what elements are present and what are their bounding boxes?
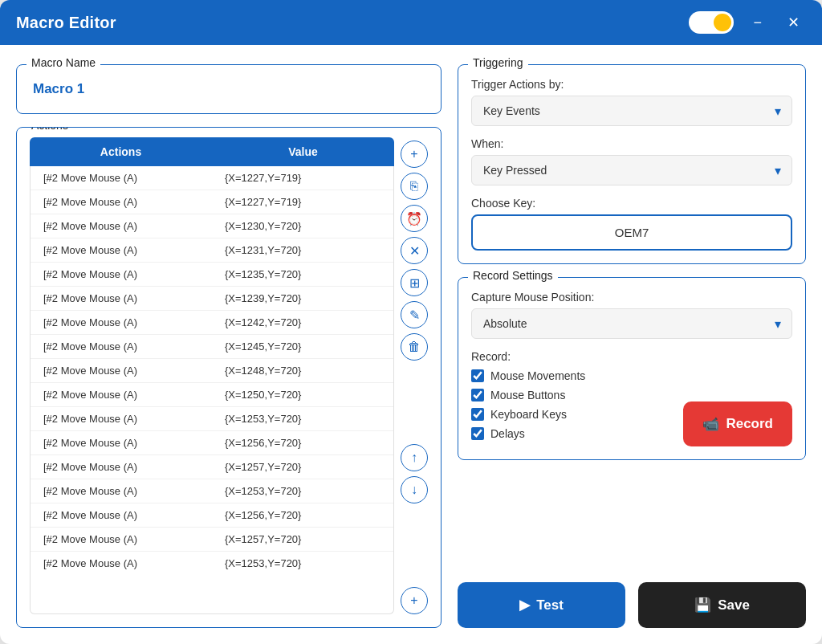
add-bottom-button[interactable]: + xyxy=(401,587,428,614)
action-cell: [#2 Move Mouse (A) xyxy=(31,479,212,503)
macro-name-section: Macro Name xyxy=(16,64,442,114)
choose-key-label: Choose Key: xyxy=(471,197,792,210)
table-body[interactable]: [#2 Move Mouse (A) {X=1227,Y=719} [#2 Mo… xyxy=(30,166,394,614)
table-row[interactable]: [#2 Move Mouse (A) {X=1239,Y=720} xyxy=(31,287,393,311)
macro-name-input[interactable] xyxy=(30,75,428,100)
table-row[interactable]: [#2 Move Mouse (A) {X=1256,Y=720} xyxy=(31,431,393,455)
record-label: Record: xyxy=(471,350,792,363)
checkbox-row: Delays xyxy=(471,427,670,440)
insert-action-button[interactable]: ⊞ xyxy=(401,269,428,296)
capture-wrapper: Absolute Relative xyxy=(471,308,792,339)
triggering-section: Triggering Trigger Actions by: Key Event… xyxy=(458,64,806,264)
record-label-text: Record xyxy=(726,416,773,432)
macro-name-legend: Macro Name xyxy=(26,56,100,69)
delete-action-button[interactable]: 🗑 xyxy=(401,333,428,361)
save-icon: 💾 xyxy=(694,597,711,613)
move-down-button[interactable]: ↓ xyxy=(401,476,428,503)
enable-toggle[interactable] xyxy=(689,11,734,34)
remove-action-button[interactable]: ✕ xyxy=(401,237,428,264)
table-row[interactable]: [#2 Move Mouse (A) {X=1257,Y=720} xyxy=(31,528,393,552)
test-button[interactable]: ▶ Test xyxy=(458,582,625,628)
close-button[interactable]: ✕ xyxy=(781,12,806,33)
value-cell: {X=1253,Y=720} xyxy=(212,407,393,430)
checkbox-label: Keyboard Keys xyxy=(490,408,567,421)
triggering-legend: Triggering xyxy=(468,56,528,69)
checkbox-input[interactable] xyxy=(471,369,484,382)
value-cell: {X=1227,Y=719} xyxy=(212,166,393,190)
actions-legend: Actions xyxy=(26,127,73,132)
table-row[interactable]: [#2 Move Mouse (A) {X=1256,Y=720} xyxy=(31,503,393,528)
value-cell: {X=1239,Y=720} xyxy=(212,287,393,310)
col-actions: Actions xyxy=(30,137,212,166)
value-cell: {X=1245,Y=720} xyxy=(212,335,393,358)
table-row[interactable]: [#2 Move Mouse (A) {X=1248,Y=720} xyxy=(31,359,393,383)
table-row[interactable]: [#2 Move Mouse (A) {X=1227,Y=719} xyxy=(31,166,393,190)
record-icon: 📹 xyxy=(702,416,719,433)
when-select[interactable]: Key Pressed Key Released Key Held xyxy=(471,155,792,185)
action-cell: [#2 Move Mouse (A) xyxy=(31,166,212,190)
checkbox-row: Mouse Movements xyxy=(471,369,670,382)
checkbox-input[interactable] xyxy=(471,389,484,401)
history-button[interactable]: ⏰ xyxy=(401,205,428,232)
right-panel: Triggering Trigger Actions by: Key Event… xyxy=(458,64,806,628)
edit-action-button[interactable]: ✎ xyxy=(401,301,428,328)
action-cell: [#2 Move Mouse (A) xyxy=(31,503,212,527)
action-cell: [#2 Move Mouse (A) xyxy=(31,190,212,214)
value-cell: {X=1257,Y=720} xyxy=(212,455,393,479)
value-cell: {X=1231,Y=720} xyxy=(212,238,393,262)
action-cell: [#2 Move Mouse (A) xyxy=(31,431,212,454)
action-cell: [#2 Move Mouse (A) xyxy=(31,335,212,358)
table-row[interactable]: [#2 Move Mouse (A) {X=1245,Y=720} xyxy=(31,335,393,359)
table-row[interactable]: [#2 Move Mouse (A) {X=1253,Y=720} xyxy=(31,552,393,575)
table-row[interactable]: [#2 Move Mouse (A) {X=1250,Y=720} xyxy=(31,383,393,407)
trigger-type-select[interactable]: Key Events Mouse Events Timer xyxy=(471,96,792,126)
table-row[interactable]: [#2 Move Mouse (A) {X=1235,Y=720} xyxy=(31,263,393,287)
actions-table-container: Actions Value [#2 Move Mouse (A) {X=1227… xyxy=(30,137,394,614)
table-row[interactable]: [#2 Move Mouse (A) {X=1227,Y=719} xyxy=(31,190,393,214)
copy-action-button[interactable]: ⎘ xyxy=(401,173,428,200)
title-bar-controls: − ✕ xyxy=(689,11,806,34)
action-cell: [#2 Move Mouse (A) xyxy=(31,311,212,334)
app-title: Macro Editor xyxy=(16,14,116,32)
table-row[interactable]: [#2 Move Mouse (A) {X=1230,Y=720} xyxy=(31,214,393,238)
checkbox-input[interactable] xyxy=(471,408,484,421)
choose-key-input[interactable] xyxy=(471,214,792,251)
table-row[interactable]: [#2 Move Mouse (A) {X=1253,Y=720} xyxy=(31,479,393,503)
checkbox-label: Delays xyxy=(490,427,525,440)
left-panel: Macro Name Actions Actions Value [#2 Mov… xyxy=(16,64,442,628)
table-row[interactable]: [#2 Move Mouse (A) {X=1231,Y=720} xyxy=(31,238,393,263)
checkboxes-col: Mouse Movements Mouse Buttons Keyboard K… xyxy=(471,369,670,446)
value-cell: {X=1235,Y=720} xyxy=(212,263,393,286)
table-side-buttons: + ⎘ ⏰ ✕ ⊞ ✎ 🗑 ↑ ↓ + xyxy=(401,137,428,614)
record-button[interactable]: 📹 Record xyxy=(683,401,792,446)
table-row[interactable]: [#2 Move Mouse (A) {X=1253,Y=720} xyxy=(31,407,393,431)
trigger-actions-label: Trigger Actions by: xyxy=(471,78,792,91)
record-settings-legend: Record Settings xyxy=(468,269,558,282)
save-button[interactable]: 💾 Save xyxy=(638,582,806,628)
value-cell: {X=1248,Y=720} xyxy=(212,359,393,382)
actions-section: Actions Actions Value [#2 Move Mouse (A)… xyxy=(16,127,442,628)
col-value: Value xyxy=(212,137,394,166)
checkbox-row: Keyboard Keys xyxy=(471,408,670,421)
value-cell: {X=1242,Y=720} xyxy=(212,311,393,334)
action-cell: [#2 Move Mouse (A) xyxy=(31,238,212,262)
move-up-button[interactable]: ↑ xyxy=(401,444,428,471)
when-wrapper: Key Pressed Key Released Key Held xyxy=(471,155,792,185)
value-cell: {X=1227,Y=719} xyxy=(212,190,393,214)
capture-select[interactable]: Absolute Relative xyxy=(471,308,792,339)
minimize-button[interactable]: − xyxy=(747,12,768,33)
actions-inner: Actions Value [#2 Move Mouse (A) {X=1227… xyxy=(30,137,428,614)
value-cell: {X=1253,Y=720} xyxy=(212,479,393,503)
toggle-knob xyxy=(714,14,731,31)
add-action-button[interactable]: + xyxy=(401,141,428,168)
main-content: Macro Name Actions Actions Value [#2 Mov… xyxy=(0,45,822,644)
checkbox-input[interactable] xyxy=(471,427,484,440)
action-cell: [#2 Move Mouse (A) xyxy=(31,407,212,430)
table-header: Actions Value xyxy=(30,137,394,166)
test-icon: ▶ xyxy=(519,597,530,613)
test-label: Test xyxy=(536,597,564,613)
table-row[interactable]: [#2 Move Mouse (A) {X=1242,Y=720} xyxy=(31,311,393,335)
bottom-action-buttons: ▶ Test 💾 Save xyxy=(458,582,806,628)
checkbox-label: Mouse Buttons xyxy=(490,389,565,401)
table-row[interactable]: [#2 Move Mouse (A) {X=1257,Y=720} xyxy=(31,455,393,479)
